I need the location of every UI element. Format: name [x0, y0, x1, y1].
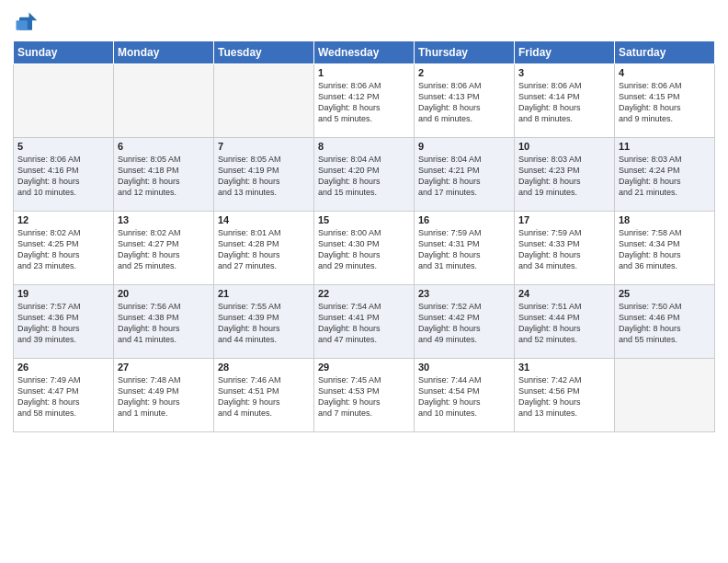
calendar-day-cell: 28Sunrise: 7:46 AM Sunset: 4:51 PM Dayli… [214, 359, 314, 432]
day-info: Sunrise: 8:06 AM Sunset: 4:12 PM Dayligh… [318, 80, 410, 125]
svg-rect-2 [17, 20, 28, 30]
day-header-saturday: Saturday [615, 41, 715, 64]
day-info: Sunrise: 7:58 AM Sunset: 4:34 PM Dayligh… [619, 227, 711, 272]
day-info: Sunrise: 8:04 AM Sunset: 4:21 PM Dayligh… [418, 154, 510, 199]
day-info: Sunrise: 7:49 AM Sunset: 4:47 PM Dayligh… [17, 374, 109, 419]
day-number: 23 [418, 288, 510, 299]
day-info: Sunrise: 8:03 AM Sunset: 4:23 PM Dayligh… [518, 154, 610, 199]
day-info: Sunrise: 8:05 AM Sunset: 4:18 PM Dayligh… [118, 154, 210, 199]
day-number: 4 [619, 67, 711, 78]
day-number: 16 [418, 214, 510, 225]
day-header-sunday: Sunday [14, 41, 114, 64]
calendar-day-cell: 9Sunrise: 8:04 AM Sunset: 4:21 PM Daylig… [415, 138, 515, 212]
calendar-day-cell: 12Sunrise: 8:02 AM Sunset: 4:25 PM Dayli… [14, 212, 114, 285]
calendar-day-cell: 5Sunrise: 8:06 AM Sunset: 4:16 PM Daylig… [14, 138, 114, 212]
calendar-day-cell: 27Sunrise: 7:48 AM Sunset: 4:49 PM Dayli… [114, 359, 214, 432]
day-number: 21 [218, 288, 310, 299]
calendar-day-cell: 25Sunrise: 7:50 AM Sunset: 4:46 PM Dayli… [615, 285, 715, 359]
calendar-day-cell: 4Sunrise: 8:06 AM Sunset: 4:15 PM Daylig… [615, 64, 715, 138]
day-info: Sunrise: 8:05 AM Sunset: 4:19 PM Dayligh… [218, 154, 310, 199]
day-header-friday: Friday [515, 41, 615, 64]
calendar-day-cell: 26Sunrise: 7:49 AM Sunset: 4:47 PM Dayli… [14, 359, 114, 432]
day-info: Sunrise: 7:48 AM Sunset: 4:49 PM Dayligh… [118, 374, 210, 419]
day-number: 13 [118, 214, 210, 225]
day-number: 30 [418, 362, 510, 373]
day-number: 24 [518, 288, 610, 299]
calendar-day-cell: 15Sunrise: 8:00 AM Sunset: 4:30 PM Dayli… [314, 212, 415, 285]
calendar-day-cell: 23Sunrise: 7:52 AM Sunset: 4:42 PM Dayli… [415, 285, 515, 359]
day-info: Sunrise: 8:06 AM Sunset: 4:15 PM Dayligh… [619, 80, 711, 125]
day-info: Sunrise: 7:57 AM Sunset: 4:36 PM Dayligh… [17, 301, 109, 346]
calendar-day-cell: 22Sunrise: 7:54 AM Sunset: 4:41 PM Dayli… [314, 285, 415, 359]
day-info: Sunrise: 8:02 AM Sunset: 4:25 PM Dayligh… [17, 227, 109, 272]
calendar-day-cell [114, 64, 214, 138]
day-number: 1 [318, 67, 410, 78]
day-number: 6 [118, 141, 210, 152]
calendar-day-cell: 19Sunrise: 7:57 AM Sunset: 4:36 PM Dayli… [14, 285, 114, 359]
day-info: Sunrise: 7:59 AM Sunset: 4:33 PM Dayligh… [518, 227, 610, 272]
day-number: 25 [619, 288, 711, 299]
day-number: 9 [418, 141, 510, 152]
day-info: Sunrise: 7:54 AM Sunset: 4:41 PM Dayligh… [318, 301, 410, 346]
day-info: Sunrise: 8:04 AM Sunset: 4:20 PM Dayligh… [318, 154, 410, 199]
day-info: Sunrise: 7:50 AM Sunset: 4:46 PM Dayligh… [619, 301, 711, 346]
day-number: 5 [17, 141, 109, 152]
day-number: 17 [518, 214, 610, 225]
day-number: 27 [118, 362, 210, 373]
day-header-monday: Monday [114, 41, 214, 64]
day-info: Sunrise: 7:56 AM Sunset: 4:38 PM Dayligh… [118, 301, 210, 346]
day-number: 20 [118, 288, 210, 299]
day-info: Sunrise: 8:03 AM Sunset: 4:24 PM Dayligh… [619, 154, 711, 199]
day-header-wednesday: Wednesday [314, 41, 415, 64]
calendar-day-cell [14, 64, 114, 138]
calendar-day-cell: 29Sunrise: 7:45 AM Sunset: 4:53 PM Dayli… [314, 359, 415, 432]
day-info: Sunrise: 8:01 AM Sunset: 4:28 PM Dayligh… [218, 227, 310, 272]
day-number: 2 [418, 67, 510, 78]
day-info: Sunrise: 8:00 AM Sunset: 4:30 PM Dayligh… [318, 227, 410, 272]
calendar-week-row: 26Sunrise: 7:49 AM Sunset: 4:47 PM Dayli… [14, 359, 715, 432]
day-number: 12 [17, 214, 109, 225]
day-header-tuesday: Tuesday [214, 41, 314, 64]
day-number: 26 [17, 362, 109, 373]
calendar-week-row: 1Sunrise: 8:06 AM Sunset: 4:12 PM Daylig… [14, 64, 715, 138]
calendar-day-cell [214, 64, 314, 138]
day-number: 28 [218, 362, 310, 373]
logo [13, 9, 42, 35]
day-info: Sunrise: 7:51 AM Sunset: 4:44 PM Dayligh… [518, 301, 610, 346]
day-header-thursday: Thursday [415, 41, 515, 64]
calendar-week-row: 5Sunrise: 8:06 AM Sunset: 4:16 PM Daylig… [14, 138, 715, 212]
calendar-day-cell: 11Sunrise: 8:03 AM Sunset: 4:24 PM Dayli… [615, 138, 715, 212]
day-info: Sunrise: 7:59 AM Sunset: 4:31 PM Dayligh… [418, 227, 510, 272]
calendar-header-row: SundayMondayTuesdayWednesdayThursdayFrid… [14, 41, 715, 64]
day-info: Sunrise: 7:52 AM Sunset: 4:42 PM Dayligh… [418, 301, 510, 346]
day-number: 31 [518, 362, 610, 373]
calendar-day-cell: 8Sunrise: 8:04 AM Sunset: 4:20 PM Daylig… [314, 138, 415, 212]
day-number: 10 [518, 141, 610, 152]
calendar-day-cell: 21Sunrise: 7:55 AM Sunset: 4:39 PM Dayli… [214, 285, 314, 359]
calendar-day-cell: 24Sunrise: 7:51 AM Sunset: 4:44 PM Dayli… [515, 285, 615, 359]
day-info: Sunrise: 8:06 AM Sunset: 4:14 PM Dayligh… [518, 80, 610, 125]
calendar-week-row: 19Sunrise: 7:57 AM Sunset: 4:36 PM Dayli… [14, 285, 715, 359]
calendar-day-cell: 1Sunrise: 8:06 AM Sunset: 4:12 PM Daylig… [314, 64, 415, 138]
day-number: 14 [218, 214, 310, 225]
calendar-day-cell: 10Sunrise: 8:03 AM Sunset: 4:23 PM Dayli… [515, 138, 615, 212]
calendar-day-cell: 17Sunrise: 7:59 AM Sunset: 4:33 PM Dayli… [515, 212, 615, 285]
day-info: Sunrise: 8:02 AM Sunset: 4:27 PM Dayligh… [118, 227, 210, 272]
day-number: 3 [518, 67, 610, 78]
day-number: 11 [619, 141, 711, 152]
calendar-day-cell: 3Sunrise: 8:06 AM Sunset: 4:14 PM Daylig… [515, 64, 615, 138]
calendar-day-cell: 2Sunrise: 8:06 AM Sunset: 4:13 PM Daylig… [415, 64, 515, 138]
day-number: 22 [318, 288, 410, 299]
calendar-table: SundayMondayTuesdayWednesdayThursdayFrid… [13, 40, 715, 432]
day-info: Sunrise: 7:42 AM Sunset: 4:56 PM Dayligh… [518, 374, 610, 419]
day-number: 18 [619, 214, 711, 225]
day-info: Sunrise: 8:06 AM Sunset: 4:13 PM Dayligh… [418, 80, 510, 125]
calendar-day-cell: 30Sunrise: 7:44 AM Sunset: 4:54 PM Dayli… [415, 359, 515, 432]
header [13, 9, 715, 35]
day-number: 8 [318, 141, 410, 152]
calendar-week-row: 12Sunrise: 8:02 AM Sunset: 4:25 PM Dayli… [14, 212, 715, 285]
calendar-day-cell: 6Sunrise: 8:05 AM Sunset: 4:18 PM Daylig… [114, 138, 214, 212]
day-number: 19 [17, 288, 109, 299]
day-info: Sunrise: 7:46 AM Sunset: 4:51 PM Dayligh… [218, 374, 310, 419]
day-number: 7 [218, 141, 310, 152]
